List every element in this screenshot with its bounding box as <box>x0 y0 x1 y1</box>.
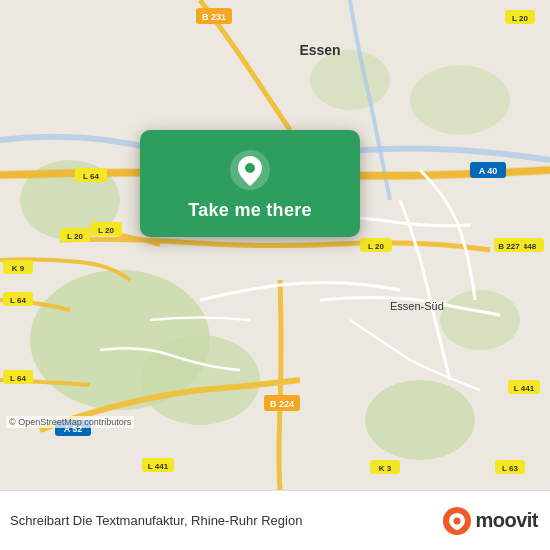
bottom-bar: Schreibart Die Textmanufaktur, Rhine-Ruh… <box>0 490 550 550</box>
moovit-wordmark: moovit <box>475 509 538 532</box>
svg-text:L 20: L 20 <box>512 14 528 23</box>
svg-text:Essen-Süd: Essen-Süd <box>390 300 444 312</box>
svg-text:Essen: Essen <box>299 42 340 58</box>
location-text: Schreibart Die Textmanufaktur, Rhine-Ruh… <box>10 513 443 528</box>
take-me-there-label: Take me there <box>188 200 312 221</box>
svg-text:L 64: L 64 <box>10 296 26 305</box>
svg-text:L 20: L 20 <box>368 242 384 251</box>
svg-text:L 20: L 20 <box>98 226 114 235</box>
map-container: A 40 A 52 B 224 B 231 K 9 L 64 L 64 L 20… <box>0 0 550 490</box>
svg-text:B 231: B 231 <box>202 12 226 22</box>
map-attribution: © OpenStreetMap contributors <box>6 416 134 428</box>
location-pin-icon <box>228 148 272 192</box>
svg-text:L 20: L 20 <box>67 232 83 241</box>
svg-point-3 <box>365 380 475 460</box>
svg-text:A 40: A 40 <box>479 166 498 176</box>
svg-point-7 <box>410 65 510 135</box>
take-me-there-button[interactable]: Take me there <box>140 130 360 237</box>
svg-text:L 63: L 63 <box>502 464 518 473</box>
svg-text:L 64: L 64 <box>10 374 26 383</box>
svg-point-2 <box>140 335 260 425</box>
svg-point-6 <box>310 50 390 110</box>
svg-text:K 9: K 9 <box>12 264 25 273</box>
svg-text:L 64: L 64 <box>83 172 99 181</box>
svg-point-49 <box>245 163 255 173</box>
svg-text:L 441: L 441 <box>514 384 535 393</box>
svg-text:K 3: K 3 <box>379 464 392 473</box>
moovit-pin-icon <box>443 507 471 535</box>
svg-point-4 <box>440 290 520 350</box>
svg-text:B 227: B 227 <box>498 242 520 251</box>
moovit-logo: moovit <box>443 507 538 535</box>
svg-text:L 441: L 441 <box>148 462 169 471</box>
svg-point-51 <box>454 517 461 524</box>
svg-text:B 224: B 224 <box>270 399 294 409</box>
